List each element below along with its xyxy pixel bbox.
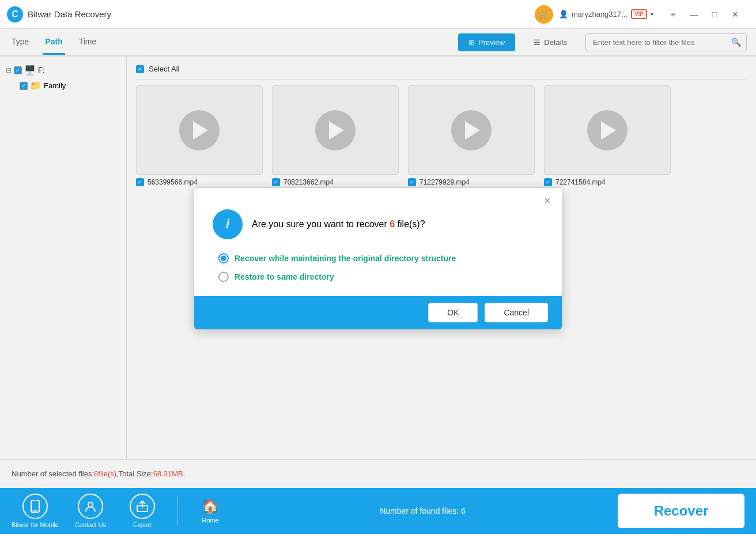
found-files-text: Number of found files: 6 [239, 506, 606, 516]
mobile-icon [22, 494, 48, 519]
recover-button[interactable]: Recover [618, 494, 744, 528]
contact-icon [78, 494, 103, 519]
radio-inner-1 [221, 255, 226, 261]
svg-rect-1 [33, 510, 37, 511]
home-action[interactable]: 🏠 Home [193, 498, 228, 524]
contact-action[interactable]: Contact Us [70, 494, 111, 528]
user-area: 🛒 👤 maryzhang317... VIP ▾ ≡ — □ ✕ [535, 5, 743, 24]
dialog-footer: OK Cancel [194, 296, 562, 329]
vip-badge: VIP [631, 9, 647, 19]
user-info: 👤 maryzhang317... VIP ▾ [559, 9, 653, 19]
radio-option-2[interactable]: Restore to same directory [218, 272, 543, 282]
bottom-bar: Bitwar for Mobile Contact Us Export 🏠 Ho… [0, 488, 756, 534]
app-title: Bitwar Data Recovery [28, 9, 535, 19]
dialog-cancel-button[interactable]: Cancel [485, 303, 548, 322]
username: maryzhang317... [572, 10, 628, 18]
home-icon: 🏠 [202, 498, 219, 514]
mobile-label: Bitwar for Mobile [12, 521, 59, 528]
export-icon [130, 494, 155, 519]
radio-outer-1 [218, 253, 229, 264]
radio-label-2: Restore to same directory [235, 272, 334, 281]
export-action[interactable]: Export [122, 494, 162, 528]
info-icon: i [213, 209, 243, 239]
title-bar: C Bitwar Data Recovery 🛒 👤 maryzhang317.… [0, 0, 756, 29]
info-icon-label: i [226, 217, 229, 232]
question-number: 6 [390, 219, 395, 229]
menu-button[interactable]: ≡ [665, 6, 681, 22]
svg-point-2 [88, 502, 93, 507]
bottom-separator [177, 497, 178, 525]
home-label: Home [202, 517, 218, 524]
contact-label: Contact Us [75, 521, 106, 528]
window-controls: ≡ — □ ✕ [665, 6, 743, 22]
cart-button[interactable]: 🛒 [535, 5, 553, 24]
cart-icon: 🛒 [539, 10, 549, 19]
dialog-body: × i Are you sure you want to recover 6 f… [194, 188, 562, 296]
close-button[interactable]: ✕ [727, 6, 743, 22]
question-prefix: Are you sure you want to recover [252, 219, 390, 229]
app-logo: C [7, 6, 23, 22]
user-dropdown-arrow[interactable]: ▾ [651, 11, 653, 17]
dialog-overlay: × i Are you sure you want to recover 6 f… [0, 29, 756, 488]
user-icon: 👤 [559, 10, 568, 18]
recovery-dialog: × i Are you sure you want to recover 6 f… [194, 187, 562, 330]
dialog-ok-button[interactable]: OK [428, 303, 478, 322]
maximize-button[interactable]: □ [706, 6, 723, 22]
dialog-close-button[interactable]: × [539, 193, 555, 209]
dialog-options: Recover while maintaining the original d… [213, 253, 543, 282]
minimize-button[interactable]: — [686, 6, 702, 22]
radio-option-1[interactable]: Recover while maintaining the original d… [218, 253, 543, 264]
question-suffix: file(s)? [395, 219, 425, 229]
radio-label-1: Recover while maintaining the original d… [235, 254, 456, 263]
export-label: Export [133, 521, 152, 528]
mobile-action[interactable]: Bitwar for Mobile [12, 494, 59, 528]
radio-empty-2 [218, 272, 229, 282]
question-text-wrap: Are you sure you want to recover 6 file(… [252, 219, 425, 230]
dialog-question: i Are you sure you want to recover 6 fil… [213, 209, 543, 239]
